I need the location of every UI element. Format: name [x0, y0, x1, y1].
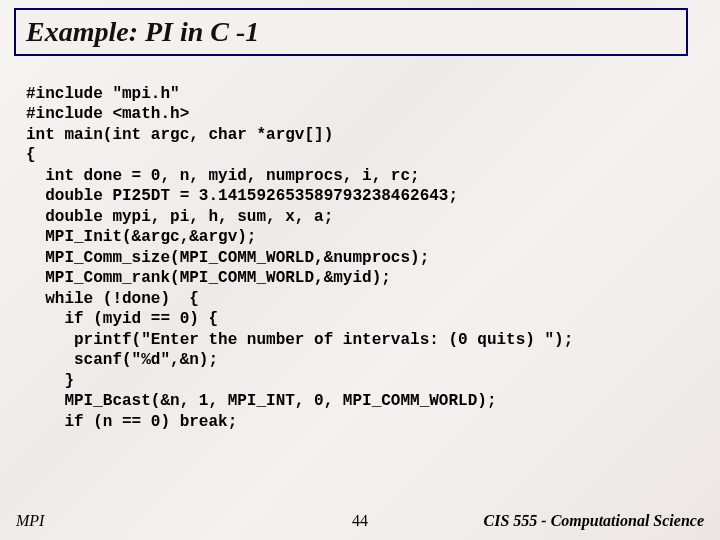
slide-title: Example: PI in C -1	[26, 16, 259, 48]
title-box: Example: PI in C -1	[14, 8, 688, 56]
footer-right: CIS 555 - Computational Science	[484, 512, 704, 530]
slide: Example: PI in C -1 #include "mpi.h" #in…	[0, 0, 720, 540]
code-block: #include "mpi.h" #include <math.h> int m…	[26, 84, 700, 432]
footer: MPI 44 CIS 555 - Computational Science	[0, 506, 720, 530]
